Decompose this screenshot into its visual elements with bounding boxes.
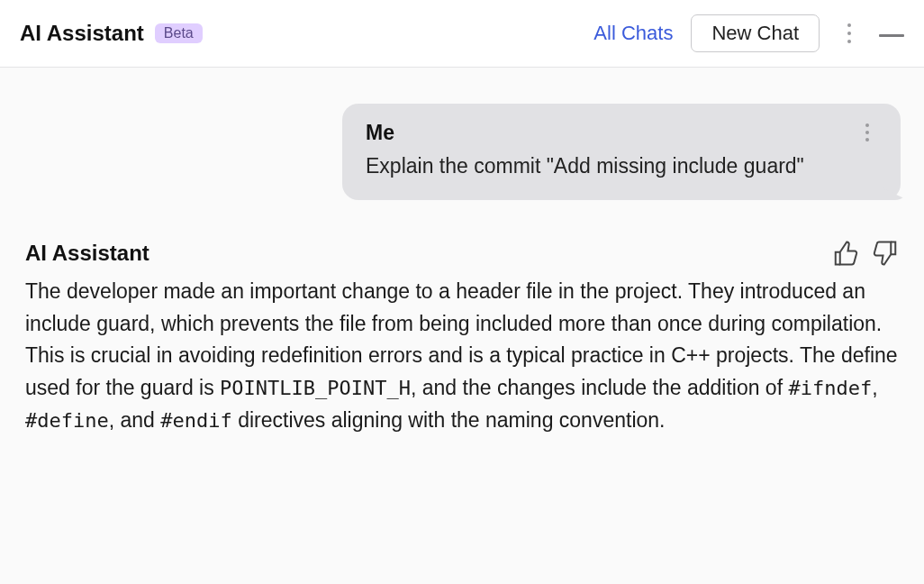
app-title: AI Assistant (20, 21, 144, 46)
user-message-row: Me Explain the commit "Add missing inclu… (23, 104, 901, 200)
thumbs-up-icon[interactable] (832, 240, 859, 267)
ai-text-part: , (872, 376, 877, 399)
user-message-header: Me (366, 120, 877, 145)
chat-area: Me Explain the commit "Add missing inclu… (0, 68, 924, 436)
ai-text-part: , and the changes include the addition o… (411, 376, 788, 399)
assistant-label: AI Assistant (25, 241, 149, 266)
beta-badge: Beta (155, 23, 203, 43)
ai-code: #define (25, 409, 109, 432)
assistant-header: AI Assistant (25, 240, 899, 267)
user-label: Me (366, 121, 394, 145)
ai-code: POINTLIB_POINT_H (220, 377, 411, 399)
ai-code: #ifndef (788, 377, 872, 399)
minimize-icon[interactable] (879, 34, 904, 37)
assistant-message-text: The developer made an important change t… (25, 276, 899, 436)
header-bar: AI Assistant Beta All Chats New Chat (0, 0, 924, 68)
more-options-icon[interactable] (838, 17, 861, 50)
all-chats-link[interactable]: All Chats (593, 22, 673, 45)
header-right: All Chats New Chat (593, 14, 904, 52)
new-chat-button[interactable]: New Chat (691, 14, 820, 52)
user-message-text: Explain the commit "Add missing include … (366, 152, 877, 180)
assistant-message: AI Assistant The developer made an impor… (23, 240, 901, 436)
ai-code: #endif (160, 409, 231, 432)
user-message-bubble: Me Explain the commit "Add missing inclu… (342, 104, 901, 200)
thumbs-down-icon[interactable] (872, 240, 899, 267)
header-left: AI Assistant Beta (20, 21, 203, 46)
message-options-icon[interactable] (857, 120, 877, 145)
feedback-controls (832, 240, 899, 267)
ai-text-part: , and (109, 408, 161, 432)
ai-text-part: directives aligning with the naming conv… (232, 408, 666, 432)
